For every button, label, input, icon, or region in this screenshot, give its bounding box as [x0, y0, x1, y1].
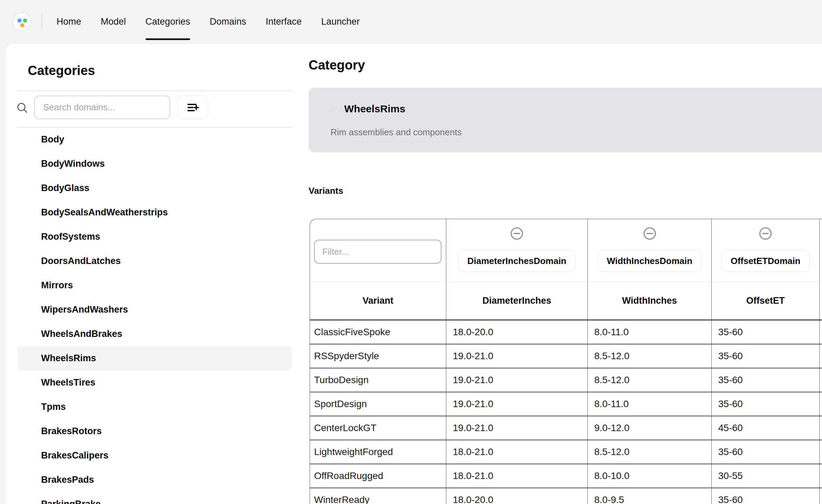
domain-chip-diameterinchesdomain[interactable]: DiameterInchesDomain: [458, 250, 576, 272]
category-card: WheelsRims Rim assemblies and components: [309, 88, 822, 152]
variant-name-cell: ClassicFiveSpoke: [310, 320, 446, 344]
sidebar-item-label: DoorsAndLatches: [41, 256, 121, 266]
logo-dot-amber: [20, 23, 24, 27]
variant-row: LightweightForged18.0-21.08.5-12.035-60: [310, 440, 822, 464]
variant-value-cell: 35-60: [712, 344, 820, 368]
domain-chip-offsetetdomain[interactable]: OffsetETDomain: [721, 250, 810, 272]
clipped-column-cell: [820, 464, 822, 488]
sidebar-item-wheelstires[interactable]: WheelsTires: [17, 370, 292, 395]
domain-cell-widthinchesdomain: WidthInchesDomain: [588, 219, 712, 282]
sidebar-item-bodysealsandweatherstrips[interactable]: BodySealsAndWeatherstrips: [17, 200, 292, 225]
variant-name-cell: SportDesign: [310, 392, 446, 416]
sidebar-item-brakescalipers[interactable]: BrakesCalipers: [17, 443, 292, 468]
variant-value-cell: 8.0-9.5: [588, 488, 712, 504]
logo-dot-green: [23, 18, 27, 23]
nav-tab-domains[interactable]: Domains: [210, 0, 246, 43]
nav-tab-label: Interface: [266, 16, 302, 27]
sidebar-item-wipersandwashers[interactable]: WipersAndWashers: [17, 298, 292, 322]
sidebar-item-wheelsrims[interactable]: WheelsRims: [17, 346, 292, 370]
variant-value-cell: 9.0-12.0: [588, 416, 712, 440]
add-domain-button[interactable]: [177, 96, 208, 119]
clipped-column-cell: [820, 440, 822, 464]
nav-tab-label: Categories: [146, 16, 190, 27]
sidebar-item-label: BodyWindows: [41, 159, 105, 169]
remove-domain-icon[interactable]: [643, 227, 657, 240]
sidebar-item-body[interactable]: Body: [17, 127, 292, 152]
sidebar-item-wheelsandbrakes[interactable]: WheelsAndBrakes: [17, 322, 292, 346]
variant-value-cell: 18.0-21.0: [446, 464, 588, 488]
sidebar-item-label: WheelsRims: [41, 353, 96, 364]
content-panel: Categories BodyBodyWindowsBodyGlassBodyS…: [5, 43, 822, 504]
variant-row: CenterLockGT19.0-21.09.0-12.045-60: [310, 416, 822, 440]
app-logo[interactable]: [12, 12, 32, 31]
sidebar-item-brakesrotors[interactable]: BrakesRotors: [17, 419, 292, 443]
table-body: ClassicFiveSpoke18.0-20.08.0-11.035-60RS…: [310, 320, 822, 504]
variant-value-cell: 19.0-21.0: [446, 416, 588, 440]
sidebar-item-label: BrakesPads: [41, 475, 94, 485]
variant-value-cell: 8.0-11.0: [588, 392, 712, 416]
variant-filter-input[interactable]: [314, 240, 441, 264]
clipped-column-cell: [820, 368, 822, 392]
variant-name-cell: OffRoadRugged: [310, 464, 446, 488]
clipped-column-cell: [820, 282, 822, 320]
domain-chip-widthinchesdomain[interactable]: WidthInchesDomain: [598, 250, 702, 272]
variant-row: TurboDesign19.0-21.08.5-12.035-60: [310, 368, 822, 392]
sidebar-item-doorsandlatches[interactable]: DoorsAndLatches: [17, 249, 292, 273]
nav-tab-label: Home: [57, 16, 81, 27]
search-input[interactable]: [34, 96, 170, 119]
variant-name-cell: CenterLockGT: [310, 416, 446, 440]
sidebar-item-label: BodyGlass: [41, 183, 89, 193]
variant-row: WinterReady18.0-20.08.0-9.535-60: [310, 488, 822, 504]
sidebar-item-label: BodySealsAndWeatherstrips: [41, 207, 168, 218]
sidebar-item-tpms[interactable]: Tpms: [17, 395, 292, 419]
remove-domain-icon[interactable]: [759, 227, 772, 240]
app: { "colors": { "logo-blue": "#5b9cf6", "l…: [0, 0, 822, 504]
clipped-column-cell: [820, 320, 822, 344]
sidebar-item-bodyglass[interactable]: BodyGlass: [17, 176, 292, 200]
filter-cell: [310, 219, 446, 282]
variant-value-cell: 35-60: [712, 392, 820, 416]
sidebar-item-label: WipersAndWashers: [41, 304, 128, 315]
variant-value-cell: 19.0-21.0: [446, 368, 588, 392]
variants-table: DiameterInchesDomain WidthInchesDomain O…: [310, 219, 822, 504]
nav-tabs: HomeModelCategoriesDomainsInterfaceLaunc…: [57, 0, 360, 43]
variant-value-cell: 8.0-10.0: [588, 464, 712, 488]
sidebar-item-bodywindows[interactable]: BodyWindows: [17, 152, 292, 176]
category-dot-icon: [331, 106, 336, 112]
nav-tab-home[interactable]: Home: [57, 0, 81, 43]
variant-row: RSSpyderStyle19.0-21.08.5-12.035-60: [310, 344, 822, 368]
table-header-row: VariantDiameterInchesWidthInchesOffsetET: [310, 282, 822, 320]
sidebar-item-roofsystems[interactable]: RoofSystems: [17, 225, 292, 249]
domain-cell-offsetetdomain: OffsetETDomain: [712, 219, 820, 282]
nav-tab-categories[interactable]: Categories: [146, 0, 190, 43]
sidebar-item-mirrors[interactable]: Mirrors: [17, 273, 292, 298]
variant-value-cell: 19.0-21.0: [446, 392, 588, 416]
nav-tab-interface[interactable]: Interface: [266, 0, 302, 43]
clipped-column-cell: [820, 416, 822, 440]
sidebar-item-brakespads[interactable]: BrakesPads: [17, 468, 292, 492]
variants-label: Variants: [309, 186, 343, 196]
variant-value-cell: 8.5-12.0: [588, 368, 712, 392]
variant-value-cell: 18.0-20.0: [446, 488, 588, 504]
variant-value-cell: 35-60: [712, 440, 820, 464]
variant-name-cell: RSSpyderStyle: [310, 344, 446, 368]
clipped-column-cell: [820, 219, 822, 282]
search-icon: [16, 102, 28, 114]
variant-name-cell: WinterReady: [310, 488, 446, 504]
nav-tab-launcher[interactable]: Launcher: [321, 0, 360, 43]
variant-row: ClassicFiveSpoke18.0-20.08.0-11.035-60: [310, 320, 822, 344]
variant-value-cell: 35-60: [712, 368, 820, 392]
logo-dot-blue: [17, 18, 22, 23]
sidebar-item-parkingbrake[interactable]: ParkingBrake: [17, 492, 292, 504]
variant-value-cell: 18.0-20.0: [446, 320, 588, 344]
clipped-column-cell: [820, 392, 822, 416]
remove-domain-icon[interactable]: [510, 227, 524, 240]
sidebar-item-label: BrakesCalipers: [41, 450, 109, 461]
sidebar-item-label: WheelsAndBrakes: [41, 329, 122, 339]
variant-value-cell: 35-60: [712, 488, 820, 504]
table-control-row: DiameterInchesDomain WidthInchesDomain O…: [310, 219, 822, 282]
nav-tab-label: Model: [101, 16, 126, 27]
nav-tab-model[interactable]: Model: [101, 0, 126, 43]
playlist-add-icon: [186, 102, 200, 113]
category-name: WheelsRims: [344, 103, 405, 115]
